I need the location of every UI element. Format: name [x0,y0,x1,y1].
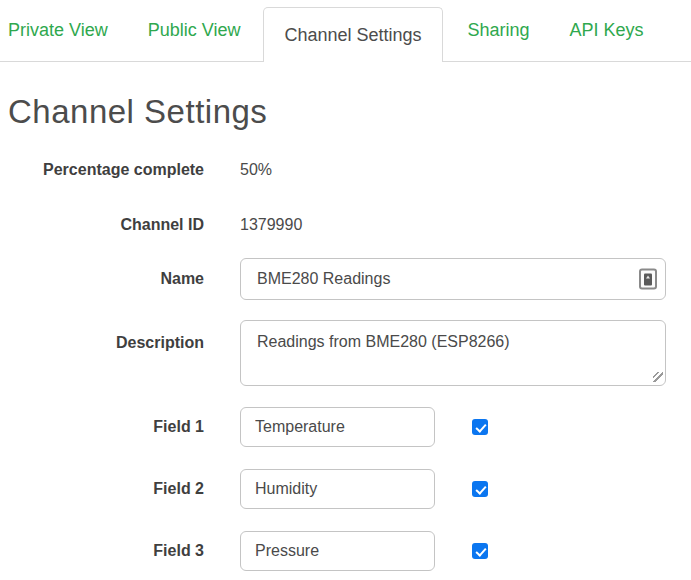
channel-tabbar: Private View Public View Channel Setting… [0,0,691,62]
percentage-complete-row: Percentage complete 50% [0,158,691,182]
tab-public-view[interactable]: Public View [128,0,261,61]
autofill-icon[interactable] [639,269,657,290]
field2-input[interactable] [240,469,435,509]
field3-input[interactable] [240,531,435,571]
field1-label: Field 1 [0,418,204,436]
field3-row: Field 3 [0,531,691,571]
description-textarea[interactable]: Readings from BME280 (ESP8266) [240,320,666,386]
percentage-complete-label: Percentage complete [0,161,204,179]
channel-settings-form: Percentage complete 50% Channel ID 13799… [0,158,691,571]
tab-private-view[interactable]: Private View [0,0,128,61]
name-label: Name [0,270,204,288]
tab-sharing[interactable]: Sharing [448,0,550,61]
percentage-complete-value: 50% [240,161,272,179]
field1-row: Field 1 [0,407,691,447]
field2-label: Field 2 [0,480,204,498]
page-title: Channel Settings [8,92,691,132]
name-input[interactable] [240,258,666,300]
field2-row: Field 2 [0,469,691,509]
channel-id-row: Channel ID 1379990 [0,213,691,237]
field3-checkbox[interactable] [472,543,488,559]
name-row: Name [0,258,691,300]
tab-api-keys[interactable]: API Keys [550,0,664,61]
field1-checkbox[interactable] [472,419,488,435]
description-label: Description [0,320,204,352]
tab-channel-settings[interactable]: Channel Settings [263,7,442,62]
description-row: Description Readings from BME280 (ESP826… [0,320,691,386]
field3-label: Field 3 [0,542,204,560]
field1-input[interactable] [240,407,435,447]
channel-id-label: Channel ID [0,216,204,234]
field2-checkbox[interactable] [472,481,488,497]
channel-id-value: 1379990 [240,216,302,234]
